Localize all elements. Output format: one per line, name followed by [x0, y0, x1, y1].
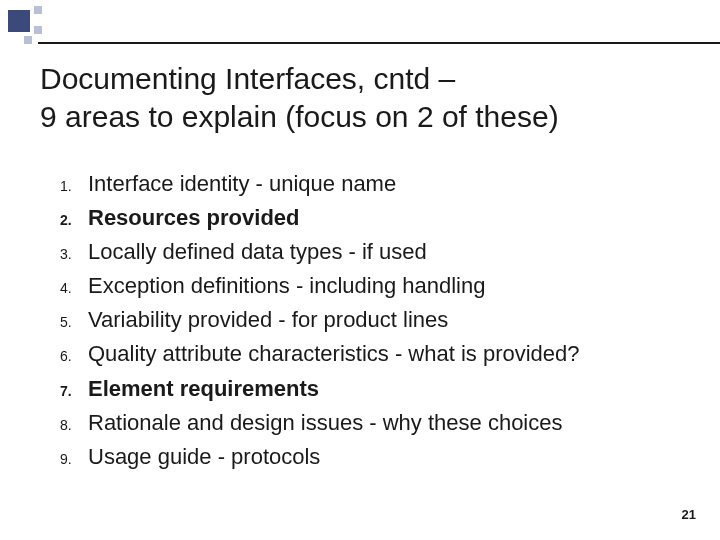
- page-number: 21: [682, 507, 696, 522]
- item-number: 5.: [60, 312, 88, 334]
- deco-square-small: [24, 36, 32, 44]
- list-item: 9.Usage guide - protocols: [60, 440, 680, 474]
- item-text: Locally defined data types - if used: [88, 235, 680, 269]
- numbered-list: 1.Interface identity - unique name 2.Res…: [40, 167, 680, 474]
- item-text: Rationale and design issues - why these …: [88, 406, 680, 440]
- item-text: Interface identity - unique name: [88, 167, 680, 201]
- item-text: Usage guide - protocols: [88, 440, 680, 474]
- list-item: 3.Locally defined data types - if used: [60, 235, 680, 269]
- item-text: Resources provided: [88, 201, 680, 235]
- list-item: 5.Variability provided - for product lin…: [60, 303, 680, 337]
- item-number: 1.: [60, 176, 88, 198]
- item-text: Exception definitions - including handli…: [88, 269, 680, 303]
- item-number: 4.: [60, 278, 88, 300]
- item-text: Quality attribute characteristics - what…: [88, 337, 680, 371]
- item-number: 6.: [60, 346, 88, 368]
- list-item: 2.Resources provided: [60, 201, 680, 235]
- list-item: 1.Interface identity - unique name: [60, 167, 680, 201]
- item-number: 7.: [60, 381, 88, 403]
- item-number: 9.: [60, 449, 88, 471]
- slide-title: Documenting Interfaces, cntd – 9 areas t…: [40, 60, 680, 135]
- corner-decoration: [0, 0, 70, 55]
- title-line-2: 9 areas to explain (focus on 2 of these): [40, 100, 559, 133]
- deco-square-small: [34, 6, 42, 14]
- item-number: 3.: [60, 244, 88, 266]
- list-item: 4.Exception definitions - including hand…: [60, 269, 680, 303]
- item-text: Variability provided - for product lines: [88, 303, 680, 337]
- header-rule: [38, 42, 720, 44]
- item-number: 8.: [60, 415, 88, 437]
- item-text: Element requirements: [88, 372, 680, 406]
- deco-square-small: [34, 26, 42, 34]
- list-item: 6.Quality attribute characteristics - wh…: [60, 337, 680, 371]
- list-item: 8.Rationale and design issues - why thes…: [60, 406, 680, 440]
- slide-content: Documenting Interfaces, cntd – 9 areas t…: [40, 60, 680, 474]
- deco-square-large: [8, 10, 30, 32]
- list-item: 7.Element requirements: [60, 372, 680, 406]
- item-number: 2.: [60, 210, 88, 232]
- title-line-1: Documenting Interfaces, cntd –: [40, 62, 455, 95]
